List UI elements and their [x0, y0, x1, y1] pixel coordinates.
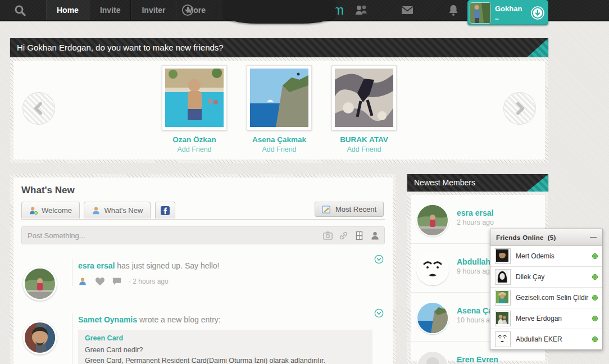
add-user-icon [29, 206, 38, 215]
logo-background [223, 0, 335, 24]
post-input[interactable] [26, 231, 323, 240]
suggestion-card: Asena Çakmak Add Friend [243, 65, 315, 153]
say-hello-icon[interactable] [78, 277, 88, 286]
feed-avatar-esra[interactable] [23, 267, 57, 301]
friend-avatar-abdullah [495, 331, 511, 347]
online-status-dot [592, 274, 598, 280]
online-friend-row[interactable]: Geziseli.com Selin Çildir [490, 288, 602, 308]
newest-members-header: Newest Members [407, 174, 548, 192]
tab-label: Welcome [42, 206, 72, 215]
member-name-link[interactable]: Abdullah [457, 257, 490, 266]
post-composer [21, 226, 385, 244]
greeting-text: Hi Gokhan Erdogan, do you want to make n… [17, 43, 224, 52]
add-friend-link[interactable]: Add Friend [243, 145, 315, 153]
member-name-link[interactable]: Eren Evren [457, 355, 498, 364]
member-name[interactable]: BURAK ATAV [328, 135, 400, 144]
online-friend-row[interactable]: Mert Odemis [490, 246, 602, 267]
feed-actions: · 2 hours ago [78, 277, 385, 286]
friend-carousel: Ozan Özkan Add Friend Asena Çakmak Add F… [10, 57, 548, 163]
feed-author-link[interactable]: Samet Oynamis [78, 315, 137, 324]
blog-line: Green Card nedir? [85, 345, 366, 356]
online-status-dot [592, 316, 598, 321]
online-friend-name: Dilek Çay [516, 273, 592, 281]
carousel-inner: Ozan Özkan Add Friend Asena Çakmak Add F… [13, 61, 545, 160]
notifications-bell-icon[interactable] [446, 3, 461, 17]
member-join-time: 2 hours ago [457, 219, 494, 226]
online-friend-name: Abdullah EKER [516, 335, 592, 343]
online-friend-name: Merve Erdogan [516, 315, 592, 322]
edit-icon [322, 205, 331, 214]
friends-icon[interactable] [354, 3, 369, 17]
search-icon[interactable] [13, 4, 27, 17]
nav-item-inviter[interactable]: Inviter [131, 0, 176, 20]
nav-item-home[interactable]: Home [46, 0, 89, 20]
photo-camera-icon[interactable] [323, 231, 333, 240]
newest-members-title: Newest Members [414, 178, 475, 187]
top-navbar: Home Invite Inviter More Gezigoo.com G [0, 0, 609, 21]
messages-icon[interactable] [400, 3, 415, 17]
comment-bubble-icon[interactable] [112, 277, 122, 286]
person-icon [92, 206, 101, 215]
online-friend-row[interactable]: Abdullah EKER [490, 329, 602, 349]
member-name[interactable]: Asena Çakmak [243, 135, 315, 144]
video-film-icon[interactable] [355, 231, 364, 240]
feed-author-link[interactable]: esra ersal [78, 261, 115, 270]
page: Home Invite Inviter More Gezigoo.com G [0, 0, 609, 364]
banner-fold [527, 38, 548, 57]
online-status-dot [592, 253, 598, 259]
suggestion-cards: Ozan Özkan Add Friend Asena Çakmak Add F… [13, 65, 545, 153]
online-friend-row[interactable]: Dilek Çay [490, 267, 602, 288]
feed-avatar-samet[interactable] [23, 321, 57, 354]
member-avatar-placeholder[interactable] [416, 351, 449, 364]
member-name-link[interactable]: esra ersal [457, 208, 493, 217]
user-name: Gokhan .. [495, 4, 526, 21]
online-friend-name: Geziseli.com Selin Çildir [516, 294, 592, 302]
member-name[interactable]: Ozan Özkan [158, 135, 230, 144]
suggestion-card: Ozan Özkan Add Friend [158, 65, 230, 153]
nav-item-invite[interactable]: Invite [89, 0, 131, 20]
member-join-time: 9 hours ago [457, 267, 494, 275]
feed-text: Samet Oynamis wrote a new blog entry: [78, 313, 385, 324]
online-friend-row[interactable]: Merve Erdogan [490, 308, 602, 329]
link-icon[interactable] [339, 231, 348, 240]
nav-right-icons [354, 0, 461, 20]
member-photo-marble[interactable] [331, 65, 397, 130]
member-avatar-asena[interactable] [416, 302, 449, 334]
whats-new-inner: What's New Welcome What's New [13, 178, 393, 364]
filter-most-recent-button[interactable]: Most Recent [315, 202, 384, 217]
tab-whats-new[interactable]: What's New [84, 202, 151, 219]
tab-welcome[interactable]: Welcome [21, 202, 80, 219]
filter-label: Most Recent [335, 205, 376, 213]
online-friend-name: Mert Odemis [516, 252, 592, 260]
member-avatar-esra[interactable] [416, 204, 449, 236]
blog-title-link[interactable]: Green Card [85, 334, 366, 342]
like-heart-icon[interactable] [95, 277, 105, 286]
feed-item: esra ersal has just signed up. Say hello… [21, 259, 385, 298]
online-status-dot [592, 295, 598, 301]
user-avatar [470, 2, 491, 24]
facebook-icon [161, 206, 170, 215]
minimize-icon[interactable] [590, 237, 597, 238]
tab-facebook[interactable] [155, 202, 175, 219]
friends-online-title: Friends Online (5) [496, 234, 590, 241]
friend-avatar-merve [495, 311, 511, 326]
ribbon-fold [527, 174, 548, 192]
user-dropdown-icon[interactable] [530, 6, 545, 20]
member-avatar-abdullah[interactable] [416, 253, 449, 285]
add-friend-link[interactable]: Add Friend [328, 145, 400, 153]
online-status-dot [592, 336, 598, 342]
add-friend-link[interactable]: Add Friend [158, 145, 230, 153]
friend-avatar-mert [495, 248, 511, 264]
section-title: What's New [21, 178, 385, 196]
member-photo-pool[interactable] [162, 65, 227, 130]
friends-online-header[interactable]: Friends Online (5) [490, 229, 602, 246]
feed-action-text: has just signed up. Say hello! [117, 261, 219, 270]
member-photo-cliff[interactable] [247, 65, 312, 130]
tag-person-icon[interactable] [370, 231, 380, 240]
nav-more-dropdown-icon[interactable] [181, 4, 194, 16]
feed-tabs: Welcome What's New Most Recent [21, 202, 385, 220]
friend-avatar-dilek [495, 269, 511, 285]
user-menu[interactable]: Gokhan .. [467, 0, 548, 25]
carousel-next-button[interactable] [503, 92, 536, 125]
whats-new-panel: What's New Welcome What's New [10, 174, 396, 364]
